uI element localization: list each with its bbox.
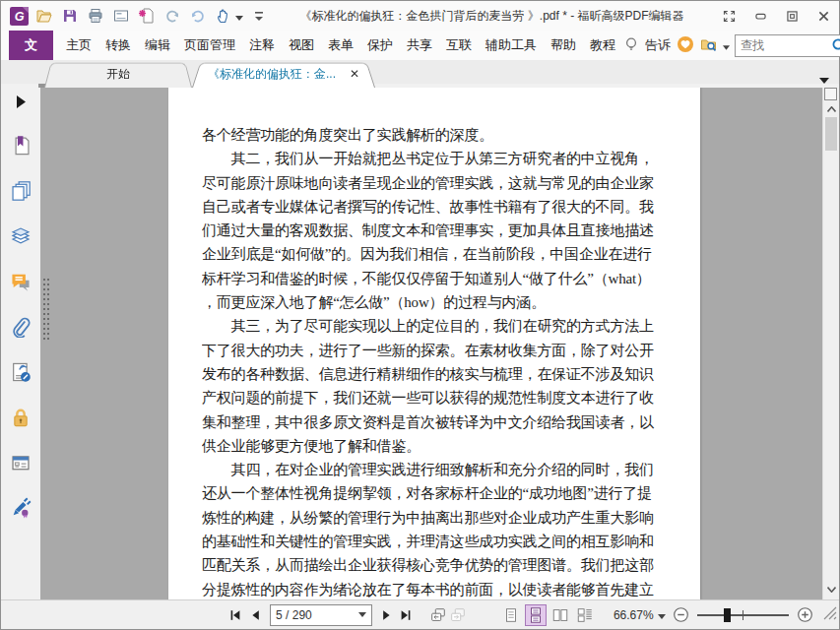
text-line: 集和整理，其中很多原文资料是首次被转译为中文介绍给我国读者，以 bbox=[202, 410, 667, 434]
text-line: 其二，我们从一开始就把丛书定位于从第三方研究者的中立视角， bbox=[202, 147, 667, 170]
menu-item-tutorial[interactable]: 教程 bbox=[583, 31, 622, 60]
single-page-layout-button[interactable] bbox=[500, 604, 522, 626]
tab-close-icon[interactable]: ✕ bbox=[350, 68, 359, 80]
menubar-right-cluster: 告诉 bbox=[622, 34, 840, 57]
menu-item-protect[interactable]: 保护 bbox=[360, 31, 400, 60]
zoom-level-label[interactable]: 66.67% bbox=[612, 608, 654, 622]
page-number-field[interactable]: 5 / 290 bbox=[270, 604, 371, 626]
tab-current-document[interactable]: 《标准化的偏执狂：金... ✕ bbox=[192, 60, 375, 88]
menu-item-form[interactable]: 表单 bbox=[321, 31, 360, 60]
page-thumbnails-icon[interactable] bbox=[8, 180, 33, 202]
vertical-scrollbar[interactable] bbox=[822, 88, 839, 599]
save-icon[interactable] bbox=[58, 4, 82, 28]
email-icon[interactable] bbox=[109, 4, 133, 28]
menu-item-view[interactable]: 视图 bbox=[282, 31, 321, 60]
continuous-layout-button[interactable] bbox=[525, 604, 547, 626]
zoom-out-button[interactable] bbox=[672, 604, 692, 626]
comments-icon[interactable] bbox=[8, 271, 33, 292]
window-resize-grip[interactable] bbox=[823, 606, 837, 623]
next-view-button[interactable] bbox=[448, 604, 469, 626]
menu-item-comment[interactable]: 注释 bbox=[242, 31, 282, 60]
menu-item-convert[interactable]: 转换 bbox=[98, 31, 138, 60]
folder-search-dropdown-caret[interactable] bbox=[723, 38, 730, 53]
menu-item-accessibility[interactable]: 辅助工具 bbox=[479, 31, 544, 60]
next-page-button[interactable] bbox=[376, 604, 397, 626]
hand-tool-dropdown-caret[interactable] bbox=[235, 7, 243, 25]
document-canvas[interactable]: 各个经营功能的角度突出了实践解析的深度。 其二，我们从一开始就把丛书定位于从第三… bbox=[40, 88, 822, 599]
security-icon[interactable] bbox=[8, 407, 33, 428]
layers-icon[interactable] bbox=[8, 225, 33, 247]
navigation-panel-strip bbox=[1, 88, 40, 599]
foxit-logo-icon[interactable]: G bbox=[7, 4, 31, 28]
text-line: 产权问题的前提下，我们还就一些可以获得的规范性制度文本进行了收 bbox=[202, 386, 667, 410]
svg-text:G: G bbox=[14, 10, 24, 24]
menu-item-organize[interactable]: 页面管理 bbox=[177, 31, 242, 60]
continuous-facing-layout-button[interactable] bbox=[574, 604, 596, 626]
zoom-in-button[interactable] bbox=[795, 604, 815, 626]
text-line: 标杆学习和借鉴的时候，不能仅仅停留于知道别人“做了什么”（what） bbox=[202, 267, 667, 290]
page-number-dropdown-caret[interactable] bbox=[358, 612, 366, 617]
menu-item-share[interactable]: 共享 bbox=[400, 31, 439, 60]
menu-item-help[interactable]: 帮助 bbox=[544, 31, 583, 60]
menu-item-home[interactable]: 主页 bbox=[59, 31, 98, 60]
heart-badge-icon[interactable] bbox=[677, 35, 694, 56]
redo-icon[interactable] bbox=[186, 4, 210, 28]
menu-item-file[interactable]: 文件 bbox=[9, 31, 53, 60]
text-line: 分提炼性的内容作为绪论放在了每本书的前面，以使读者能够首先建立 bbox=[202, 578, 667, 599]
tab-start[interactable]: 开始 bbox=[44, 60, 192, 88]
panel-splitter-grip[interactable] bbox=[43, 279, 50, 340]
split-view-handle[interactable] bbox=[824, 88, 837, 100]
form-fields-icon[interactable] bbox=[8, 452, 33, 473]
search-icon[interactable] bbox=[831, 37, 840, 57]
document-tab-bar: 开始 《标准化的偏执狂：金... ✕ bbox=[1, 60, 839, 88]
menu-item-connect[interactable]: 互联 bbox=[439, 31, 479, 60]
menu-item-edit[interactable]: 编辑 bbox=[138, 31, 177, 60]
sign-icon[interactable] bbox=[8, 497, 33, 519]
text-line: 尽可能原汁原味地向读者呈现企业的管理实践，这就与常见的由企业家 bbox=[202, 171, 667, 195]
text-line: 其四，在对企业的管理实践进行细致解析和充分介绍的同时，我们 bbox=[202, 458, 667, 481]
maximize-restore-button[interactable] bbox=[776, 3, 808, 29]
bookmarks-icon[interactable] bbox=[8, 135, 33, 157]
search-input[interactable] bbox=[735, 34, 840, 57]
scroll-down-arrow[interactable] bbox=[823, 584, 839, 596]
minimize-button[interactable] bbox=[744, 3, 776, 29]
zoom-slider-thumb[interactable] bbox=[724, 608, 731, 622]
zoom-slider-100-tick bbox=[743, 610, 743, 620]
text-line: 企业到底是“如何做”的。因为我们相信，在当前阶段，中国企业在进行 bbox=[202, 242, 667, 266]
facing-pages-layout-button[interactable] bbox=[549, 604, 571, 626]
undo-icon[interactable] bbox=[161, 4, 184, 28]
zoom-slider[interactable] bbox=[697, 607, 789, 623]
attachments-icon[interactable] bbox=[8, 316, 33, 338]
scrollbar-thumb[interactable] bbox=[825, 117, 837, 151]
close-button[interactable] bbox=[808, 3, 839, 29]
text-line: 自己或者专业媒体记者撰写的传记性、故事性书籍有了很大的不同。我 bbox=[202, 195, 667, 219]
print-icon[interactable] bbox=[84, 4, 107, 28]
text-line: 下了很大的功夫，进行了一些新的探索。在素材收集方面，除了对公开 bbox=[202, 339, 667, 362]
page-text: 各个经营功能的角度突出了实践解析的深度。 其二，我们从一开始就把丛书定位于从第三… bbox=[168, 88, 700, 599]
hand-tool-icon[interactable] bbox=[212, 4, 235, 28]
tab-list-dropdown-caret[interactable] bbox=[819, 70, 829, 88]
arrange-windows-icon[interactable] bbox=[713, 3, 744, 29]
first-page-button[interactable] bbox=[226, 604, 246, 626]
zoom-dropdown-caret[interactable] bbox=[658, 608, 666, 622]
scroll-up-arrow[interactable] bbox=[823, 103, 839, 115]
pdf-page[interactable]: 各个经营功能的角度突出了实践解析的深度。 其二，我们从一开始就把丛书定位于从第三… bbox=[168, 88, 700, 599]
window-controls bbox=[713, 3, 839, 29]
open-file-icon[interactable] bbox=[32, 4, 56, 28]
folder-search-icon[interactable] bbox=[699, 35, 718, 56]
text-line: 供企业能够更方便地了解和借鉴。 bbox=[202, 434, 667, 458]
expand-panel-arrow-icon[interactable] bbox=[1, 92, 40, 111]
main-area: 各个经营功能的角度突出了实践解析的深度。 其二，我们从一开始就把丛书定位于从第三… bbox=[1, 88, 839, 599]
search-box bbox=[735, 34, 840, 57]
quick-access-toolbar: G bbox=[7, 4, 271, 28]
page-layout-group bbox=[500, 604, 596, 626]
tell-me-label[interactable]: 告诉 bbox=[645, 36, 672, 54]
previous-view-button[interactable] bbox=[428, 604, 449, 626]
lightbulb-icon[interactable] bbox=[622, 35, 640, 56]
window-title: 《标准化的偏执狂：金色拱门背后的麦当劳 》.pdf * - 福昕高级PDF编辑器 bbox=[271, 8, 713, 25]
last-page-button[interactable] bbox=[396, 604, 417, 626]
digital-signatures-icon[interactable] bbox=[8, 361, 33, 383]
previous-page-button[interactable] bbox=[246, 604, 267, 626]
customize-toolbar-icon[interactable] bbox=[247, 4, 271, 28]
create-pdf-icon[interactable] bbox=[135, 4, 159, 28]
